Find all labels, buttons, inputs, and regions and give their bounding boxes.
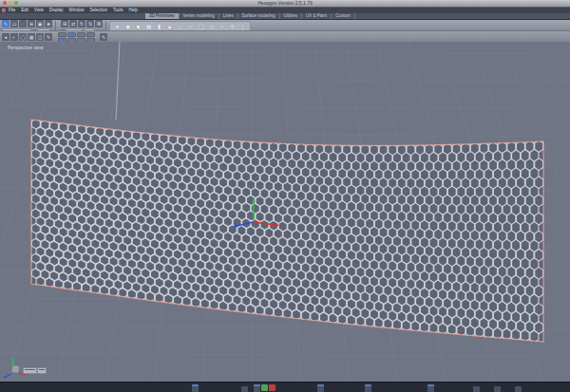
gear-primitive-button[interactable]: ⊛ bbox=[228, 23, 237, 30]
curve-icon: ∫ bbox=[242, 24, 244, 29]
status-toggle-icon[interactable] bbox=[254, 386, 260, 392]
grid-icon: ▦ bbox=[146, 23, 152, 29]
select-arrow-icon: ↖ bbox=[4, 20, 8, 28]
translate-icon: ⇄ bbox=[71, 20, 75, 28]
cylinder-icon: ▮ bbox=[158, 23, 161, 29]
paint-select-icon: ⊕ bbox=[29, 20, 33, 28]
view-gizmo-button-1[interactable] bbox=[23, 367, 37, 374]
statusbar-group-5 bbox=[365, 384, 371, 391]
geosphere-icon: ◉ bbox=[125, 23, 130, 29]
smooth-mode-button[interactable]: ◐ bbox=[10, 33, 18, 41]
grid-primitive-button[interactable]: ▦ bbox=[144, 23, 153, 30]
viewport-layout-presets bbox=[58, 32, 95, 43]
toolbar-separator bbox=[55, 21, 56, 30]
toolbar-separator bbox=[105, 21, 106, 30]
cylinder-primitive-button[interactable]: ▮ bbox=[155, 23, 163, 30]
viewport-label: Perspective view bbox=[8, 45, 44, 50]
annotate-button[interactable]: ✎ bbox=[45, 33, 52, 41]
status-toggle-icon[interactable] bbox=[494, 386, 501, 392]
area-select-icon: ▣ bbox=[38, 20, 43, 28]
torus-icon: ◎ bbox=[209, 23, 214, 29]
layout-preset-4[interactable] bbox=[86, 32, 95, 37]
statusbar-group-4 bbox=[317, 384, 324, 391]
wireframe-mode-button[interactable]: ◯ bbox=[19, 33, 27, 41]
layout-preset-2[interactable] bbox=[67, 32, 76, 37]
shaded-mode-icon: ● bbox=[4, 33, 7, 41]
sphere-icon: ● bbox=[116, 24, 120, 29]
rotate-button[interactable]: ↻ bbox=[78, 20, 86, 28]
split-view-button[interactable]: ◫ bbox=[36, 33, 44, 41]
status-toggle-icon[interactable] bbox=[317, 386, 324, 392]
snap-icon: ⊠ bbox=[97, 20, 101, 28]
paint-select-button[interactable]: ⊕ bbox=[28, 20, 35, 28]
status-toggle-icon[interactable] bbox=[261, 384, 268, 391]
plane-primitive-button[interactable]: ▱ bbox=[186, 23, 195, 30]
wireframe-mode-icon: ◯ bbox=[20, 33, 26, 41]
cone-icon: ▲ bbox=[167, 24, 173, 29]
annotate-icon: ✎ bbox=[47, 33, 50, 41]
perspective-viewport[interactable]: Perspective view bbox=[0, 42, 570, 382]
helix-icon: ≈ bbox=[220, 24, 223, 29]
pyramid-icon: △ bbox=[178, 23, 182, 29]
rect-select-button[interactable]: ▭ bbox=[10, 20, 18, 28]
statusbar-group-6 bbox=[428, 384, 434, 391]
loop-select-button[interactable]: ◈ bbox=[45, 20, 52, 28]
statusbar-group-3 bbox=[254, 384, 276, 391]
translate-button[interactable]: ⇄ bbox=[69, 20, 77, 28]
hexagon-app-window: Hexagon Version 2.5.1.79 FileEditViewDis… bbox=[0, 0, 570, 392]
status-toggle-icon[interactable] bbox=[241, 386, 248, 392]
status-toggle-icon[interactable] bbox=[428, 386, 434, 392]
pyramid-primitive-button[interactable]: △ bbox=[176, 23, 184, 30]
universal-manipulator-icon: ⊞ bbox=[63, 20, 66, 28]
scale-button[interactable]: ⇅ bbox=[86, 20, 94, 28]
rect-select-icon: ▭ bbox=[12, 20, 17, 28]
shaded-mode-button[interactable]: ● bbox=[2, 33, 10, 41]
helix-primitive-button[interactable]: ≈ bbox=[218, 23, 226, 30]
status-toggle-icon[interactable] bbox=[192, 386, 199, 392]
split-view-icon: ◫ bbox=[38, 33, 43, 41]
lasso-select-button[interactable]: ◌ bbox=[19, 20, 27, 28]
view-gizmo-button-2[interactable] bbox=[37, 367, 47, 374]
scene-canvas bbox=[0, 42, 570, 382]
app-logo-icon[interactable] bbox=[2, 9, 6, 12]
area-select-button[interactable]: ▣ bbox=[36, 20, 44, 28]
grid-toggle-button[interactable]: ▦ bbox=[28, 33, 35, 41]
status-toggle-icon[interactable] bbox=[269, 384, 276, 391]
plane-icon: ▱ bbox=[188, 23, 193, 29]
status-toggle-icon[interactable] bbox=[515, 386, 522, 392]
circle-primitive-button[interactable]: ◯ bbox=[197, 23, 205, 30]
pen-tool-button[interactable]: ✎ bbox=[100, 33, 107, 41]
select-arrow-button[interactable]: ↖ bbox=[2, 20, 10, 28]
curve-primitive-button[interactable]: ∫ bbox=[238, 23, 247, 30]
layout-preset-3[interactable] bbox=[77, 32, 86, 37]
cone-primitive-button[interactable]: ▲ bbox=[165, 23, 174, 30]
cube-icon: ■ bbox=[137, 24, 141, 29]
scale-icon: ⇅ bbox=[88, 20, 92, 28]
gizmo-cube-icon bbox=[11, 365, 20, 374]
geosphere-primitive-button[interactable]: ◉ bbox=[124, 23, 132, 30]
torus-primitive-button[interactable]: ◎ bbox=[207, 23, 216, 30]
grid-toggle-icon: ▦ bbox=[29, 33, 34, 41]
universal-manipulator-button[interactable]: ⊞ bbox=[61, 20, 68, 28]
pen-icon: ✎ bbox=[102, 33, 105, 41]
layout-preset-1[interactable] bbox=[58, 32, 66, 37]
window-title: Hexagon Version 2.5.1.79 bbox=[0, 0, 570, 7]
statusbar-group-1 bbox=[192, 384, 199, 391]
snap-button[interactable]: ⊠ bbox=[95, 20, 103, 28]
title-bar: Hexagon Version 2.5.1.79 bbox=[0, 0, 570, 8]
loop-select-icon: ◈ bbox=[47, 20, 50, 28]
lasso-select-icon: ◌ bbox=[22, 20, 25, 28]
world-axis-line bbox=[116, 42, 120, 120]
rotate-icon: ↻ bbox=[80, 20, 84, 28]
cube-primitive-button[interactable]: ■ bbox=[134, 23, 142, 30]
status-toggle-icon[interactable] bbox=[473, 386, 480, 392]
sphere-primitive-button[interactable]: ● bbox=[113, 23, 122, 30]
smooth-mode-icon: ◐ bbox=[12, 33, 15, 41]
circle-icon: ◯ bbox=[198, 23, 204, 29]
status-bar bbox=[0, 382, 570, 392]
status-toggle-icon[interactable] bbox=[365, 386, 371, 392]
gear-icon: ⊛ bbox=[230, 23, 235, 29]
